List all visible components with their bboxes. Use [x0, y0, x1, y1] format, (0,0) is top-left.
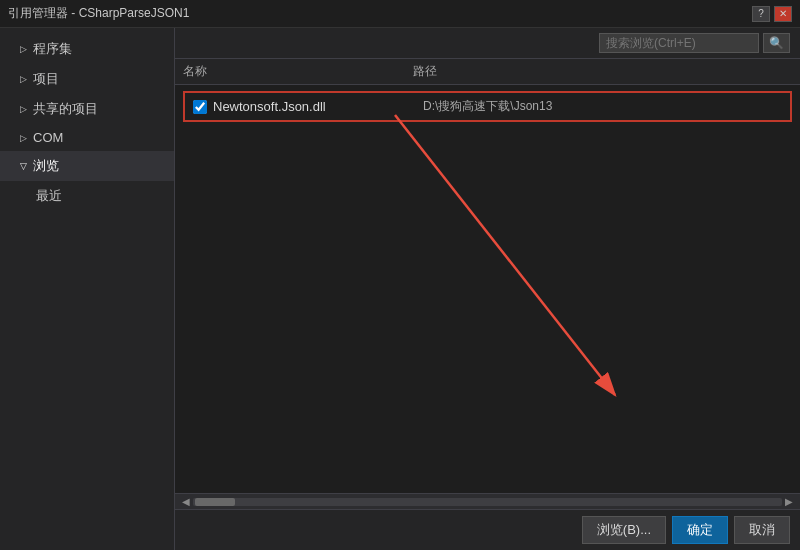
- expand-arrow-com: ▷: [20, 133, 27, 143]
- scroll-thumb: [195, 498, 235, 506]
- main-area: 🔍 名称 路径 Newtonsoft.Json.dll D:\搜狗高速下载\Js…: [175, 28, 800, 550]
- h-scrollbar[interactable]: [193, 498, 782, 506]
- sidebar-item-recent[interactable]: 最近: [0, 181, 174, 211]
- sidebar-item-browse[interactable]: ▽ 浏览: [0, 151, 174, 181]
- row-checkbox[interactable]: [193, 100, 207, 114]
- table-row[interactable]: Newtonsoft.Json.dll D:\搜狗高速下载\Json13: [183, 91, 792, 122]
- sidebar: ▷ 程序集 ▷ 项目 ▷ 共享的项目 ▷ COM ▽ 浏览 最近: [0, 28, 175, 550]
- title-bar-controls: ? ✕: [752, 6, 792, 22]
- close-button[interactable]: ✕: [774, 6, 792, 22]
- scroll-left-arrow[interactable]: ◀: [179, 496, 193, 507]
- table-header: 名称 路径: [175, 59, 800, 85]
- table-area: Newtonsoft.Json.dll D:\搜狗高速下载\Json13: [175, 85, 800, 493]
- expand-arrow-browse: ▽: [20, 161, 27, 171]
- bottom-bar: 浏览(B)... 确定 取消: [175, 509, 800, 550]
- help-button[interactable]: ?: [752, 6, 770, 22]
- title-bar-text: 引用管理器 - CSharpParseJSON1: [8, 5, 189, 22]
- browse-button[interactable]: 浏览(B)...: [582, 516, 666, 544]
- expand-arrow-projects: ▷: [20, 74, 27, 84]
- annotation-arrow: [175, 85, 800, 493]
- cancel-button[interactable]: 取消: [734, 516, 790, 544]
- sidebar-item-projects[interactable]: ▷ 项目: [0, 64, 174, 94]
- expand-arrow-assemblies: ▷: [20, 44, 27, 54]
- expand-arrow-shared: ▷: [20, 104, 27, 114]
- search-input[interactable]: [599, 33, 759, 53]
- svg-line-1: [395, 115, 615, 395]
- scroll-right-arrow[interactable]: ▶: [782, 496, 796, 507]
- scrollbar-area: ◀ ▶: [175, 493, 800, 509]
- dialog-body: ▷ 程序集 ▷ 项目 ▷ 共享的项目 ▷ COM ▽ 浏览 最近 🔍: [0, 28, 800, 550]
- sidebar-item-shared[interactable]: ▷ 共享的项目: [0, 94, 174, 124]
- sidebar-item-assemblies[interactable]: ▷ 程序集: [0, 34, 174, 64]
- title-bar: 引用管理器 - CSharpParseJSON1 ? ✕: [0, 0, 800, 28]
- row-name: Newtonsoft.Json.dll: [213, 99, 423, 114]
- col-name-header: 名称: [183, 63, 413, 80]
- confirm-button[interactable]: 确定: [672, 516, 728, 544]
- toolbar: 🔍: [175, 28, 800, 59]
- search-button[interactable]: 🔍: [763, 33, 790, 53]
- row-path: D:\搜狗高速下载\Json13: [423, 98, 782, 115]
- col-path-header: 路径: [413, 63, 792, 80]
- sidebar-item-com[interactable]: ▷ COM: [0, 124, 174, 151]
